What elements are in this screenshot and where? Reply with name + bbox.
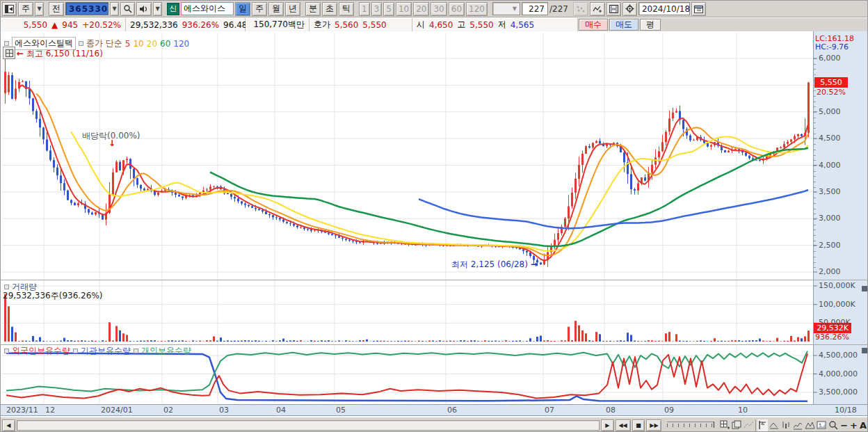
price-change: 945 — [62, 20, 78, 30]
pane-collapse-icon[interactable] — [862, 348, 867, 353]
chart-scrollbar[interactable] — [17, 420, 600, 431]
minute-60-button[interactable]: 60 — [449, 2, 465, 16]
rewind-button[interactable]: ◀◀ — [616, 419, 631, 431]
stop-button[interactable]: ■ — [632, 419, 645, 431]
peak-tool-button[interactable] — [769, 419, 780, 431]
chart-plot-area[interactable] — [1, 31, 868, 416]
zoom-button[interactable] — [828, 419, 839, 431]
minute-5-button[interactable]: 5 — [383, 2, 394, 16]
save-button[interactable] — [606, 2, 621, 16]
bottom-toolbar: ◀ ▶ ◀◀ ■ ▶▶ − + A — [1, 417, 868, 432]
volume-axis-label: 100,000K — [819, 300, 855, 309]
minute-3-button[interactable]: 3 — [371, 2, 383, 16]
settings-button[interactable] — [622, 2, 637, 16]
x-axis-label: 03 — [219, 406, 229, 415]
prev-stock-button[interactable]: 전 — [49, 2, 64, 16]
price-axis-label: 2,500 — [819, 241, 841, 250]
bars-down-tool-button[interactable] — [781, 419, 791, 431]
x-axis-label: 08 — [606, 406, 616, 415]
volume-value-text: 29,532,336주(936.26%) — [3, 290, 102, 302]
calendar-button[interactable] — [691, 2, 706, 16]
tab-weekly[interactable]: 주 — [252, 2, 267, 16]
price-axis-label: 6,000 — [819, 54, 841, 63]
open-price: 4,650 — [429, 20, 453, 30]
price-axis-label: 4,500 — [819, 134, 841, 143]
holdings-legend: 외국인보유수량 기관보유수량 개인보유수량 — [4, 345, 191, 357]
empty-select[interactable]: ▼ — [492, 2, 520, 15]
code-dropdown[interactable]: ▼ — [110, 2, 119, 16]
text-tool-button[interactable]: A — [859, 420, 867, 431]
pane-collapse-icon[interactable] — [862, 286, 867, 291]
chart-grid-button[interactable] — [3, 47, 15, 59]
trade-amount: 150,770백만 — [253, 19, 305, 31]
x-axis-label: 2023/11 — [6, 406, 38, 415]
legend-bullet — [4, 285, 9, 289]
tab-yearly[interactable]: 년 — [285, 2, 300, 16]
bar-count-input[interactable]: 227 — [522, 2, 548, 15]
x-axis-label: 04 — [276, 406, 286, 415]
minute-1-button[interactable]: 1 — [359, 2, 370, 16]
low-annotation: 최저 2,125 (06/28) → — [451, 259, 538, 271]
pattern-tool-button[interactable] — [805, 419, 815, 431]
trendline-icon — [744, 420, 754, 430]
bars-up-tool-button[interactable] — [793, 419, 803, 431]
stock-name-field[interactable]: 에스와이스 — [181, 2, 234, 15]
pattern-tool-icon — [805, 420, 815, 430]
new-listing-badge: 신 — [167, 3, 179, 15]
buy-button[interactable]: 매수 — [579, 19, 608, 31]
pane-separator[interactable] — [1, 280, 868, 280]
volume-value: 29,532,336 — [130, 20, 178, 30]
sound-dropdown[interactable]: ▼ — [153, 2, 162, 16]
x-axis-label: 02 — [163, 406, 173, 415]
stock-code-input[interactable]: 365330 — [65, 2, 108, 15]
add-pane-button[interactable] — [720, 419, 730, 431]
bid-price: 5,550 — [362, 20, 386, 30]
price-axis-minor-ticks — [814, 58, 816, 272]
peak-tool-icon — [769, 420, 780, 430]
magnifier-icon — [828, 420, 839, 430]
sell-button[interactable]: 매도 — [609, 19, 638, 31]
copy-chart-button[interactable] — [732, 419, 742, 431]
down-arrow-icon: ↓ — [108, 138, 115, 148]
panel-toggle-button[interactable] — [2, 2, 17, 16]
minute-30-button[interactable]: 30 — [431, 2, 447, 16]
foreign-holdings-label: 외국인보유수량 — [12, 345, 70, 357]
search-button[interactable] — [120, 2, 135, 16]
speed-slider[interactable] — [667, 422, 714, 429]
save-icon — [609, 5, 618, 13]
tab-second[interactable]: 초 — [322, 2, 337, 16]
change-percent: +20.52% — [82, 20, 121, 30]
tab-tick[interactable]: 틱 — [339, 2, 354, 16]
minute-120-button[interactable]: 120 — [466, 2, 488, 16]
copy-chart-icon — [732, 420, 742, 430]
x-axis-label: 10/18 — [835, 406, 857, 415]
tab-monthly[interactable]: 월 — [268, 2, 284, 16]
tab-minute[interactable]: 분 — [305, 2, 321, 16]
change-pct-badge: 20.52% — [817, 88, 846, 97]
play-button[interactable]: ▶ — [601, 419, 614, 431]
compare-button[interactable] — [573, 2, 588, 16]
week-mode-button[interactable]: 주 — [18, 2, 33, 16]
sound-button[interactable] — [136, 2, 152, 16]
tab-daily[interactable]: 일 — [235, 2, 250, 16]
trendline-button[interactable] — [744, 419, 754, 431]
fast-forward-button[interactable]: ▶▶ — [646, 419, 661, 431]
week-mode-dropdown[interactable]: ▼ — [35, 2, 44, 16]
date-input[interactable]: 2024/10/18 — [638, 2, 690, 15]
axis-tool-button[interactable] — [757, 419, 768, 431]
minute-10-button[interactable]: 10 — [396, 2, 412, 16]
avg-button[interactable]: 평 — [640, 19, 661, 31]
current-price-badge: 5,550 — [814, 77, 848, 88]
indicator-button[interactable] — [590, 2, 605, 16]
current-price: 5,550 — [24, 20, 47, 30]
scroll-left-button[interactable]: ◀ — [2, 419, 15, 431]
minute-20-button[interactable]: 20 — [413, 2, 429, 16]
chart-window: 주 ▼ 전 365330 ▼ ▼ 신 에스와이스 일 주 월 년 분 초 틱 1… — [0, 0, 868, 432]
ma60-label: 60 — [160, 39, 170, 49]
low-label: 저 — [498, 19, 506, 31]
zoom-out-button[interactable]: − — [840, 420, 849, 431]
x-axis-label: 06 — [447, 406, 457, 415]
zoom-in-button[interactable]: + — [850, 420, 858, 431]
x-axis-label: 09 — [664, 406, 674, 415]
export-image-button[interactable] — [817, 419, 827, 431]
